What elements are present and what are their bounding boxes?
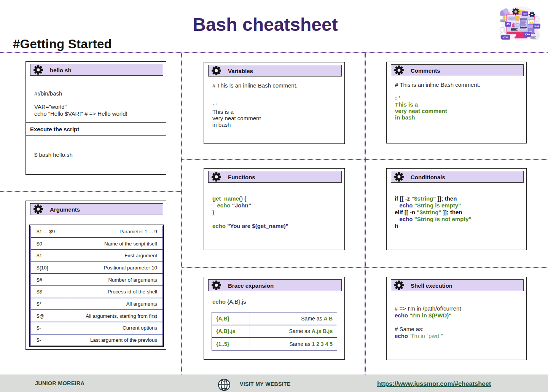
svg-text:JAVA: JAVA [534,25,539,27]
svg-text:JS: JS [507,23,510,25]
svg-text:C++: C++ [525,33,530,36]
svg-text:HTML: HTML [503,36,509,38]
svg-text:</>: </> [523,13,527,15]
